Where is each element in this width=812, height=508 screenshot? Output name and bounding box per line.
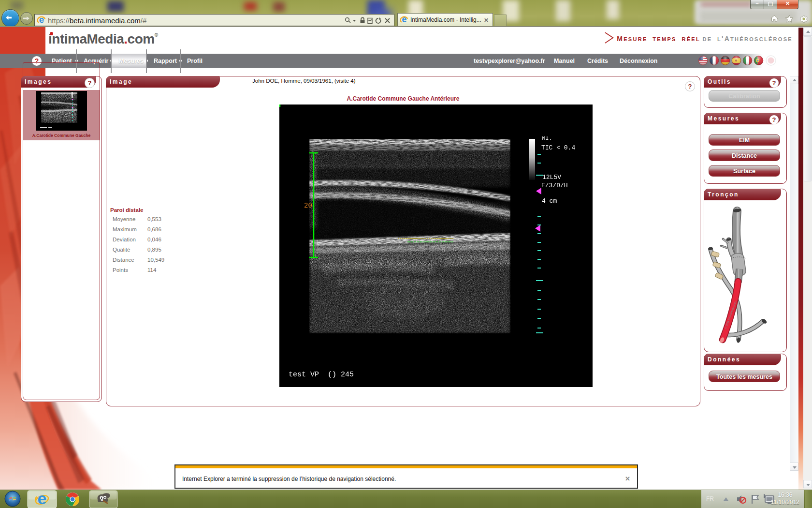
svg-text:TIC < 0.4: TIC < 0.4 xyxy=(541,144,575,151)
svg-text:e: e xyxy=(38,490,47,508)
svg-text:4 cm: 4 cm xyxy=(542,197,557,205)
svg-text:test VP () 245: test VP () 245 xyxy=(289,371,354,379)
svg-text:20: 20 xyxy=(304,202,312,209)
svg-text:12L5V: 12L5V xyxy=(542,174,561,181)
svg-text:E/3/D/H: E/3/D/H xyxy=(541,182,568,189)
